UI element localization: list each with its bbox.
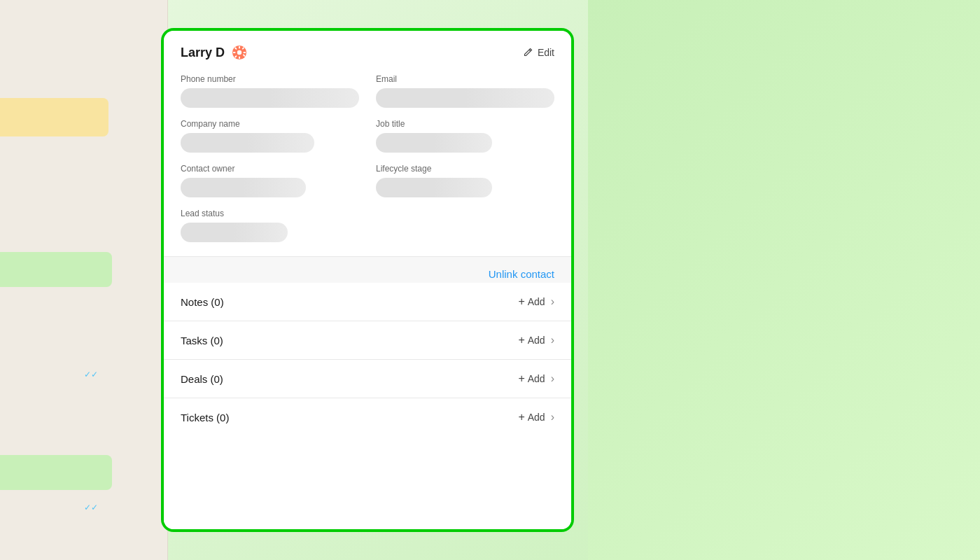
- main-panel: Larry D: [164, 31, 571, 529]
- deals-chevron-icon: ›: [551, 372, 554, 385]
- contact-card: Larry D: [164, 31, 571, 257]
- tasks-add-button[interactable]: + Add: [518, 334, 545, 346]
- tasks-add-label: Add: [528, 335, 545, 346]
- notes-plus-icon: +: [518, 295, 524, 308]
- checkmarks-icon-2: ✓✓: [84, 503, 98, 512]
- lead-status-value: [181, 223, 288, 242]
- deals-section-row[interactable]: Deals (0) + Add ›: [164, 360, 571, 398]
- field-group-company: Company name: [181, 119, 359, 153]
- tickets-add-label: Add: [528, 412, 545, 423]
- tasks-plus-icon: +: [518, 334, 524, 346]
- svg-rect-3: [239, 57, 240, 59]
- left-sidebar: ✓✓ ✓✓: [0, 0, 168, 560]
- svg-rect-5: [244, 52, 246, 53]
- tickets-label: Tickets (0): [181, 412, 229, 424]
- notes-chevron-icon: ›: [551, 295, 554, 308]
- tickets-add-button[interactable]: + Add: [518, 411, 545, 424]
- svg-rect-4: [233, 52, 236, 53]
- job-title-value: [376, 133, 492, 153]
- phone-value: [181, 88, 359, 108]
- edit-button[interactable]: Edit: [522, 47, 554, 58]
- tickets-plus-icon: +: [518, 411, 524, 424]
- tasks-section-row[interactable]: Tasks (0) + Add ›: [164, 321, 571, 360]
- lead-status-label: Lead status: [181, 209, 359, 218]
- tasks-section-right: + Add ›: [518, 334, 554, 346]
- pencil-icon: [522, 47, 533, 58]
- fields-grid: Phone number Email Company name Job titl…: [181, 74, 554, 242]
- notes-section-right: + Add ›: [518, 295, 554, 308]
- deals-add-button[interactable]: + Add: [518, 372, 545, 385]
- field-group-phone: Phone number: [181, 74, 359, 108]
- contact-name-row: Larry D: [181, 45, 247, 60]
- lifecycle-value: [376, 178, 492, 197]
- company-label: Company name: [181, 119, 359, 129]
- deals-plus-icon: +: [518, 372, 524, 385]
- lifecycle-label: Lifecycle stage: [376, 164, 554, 174]
- field-group-job-title: Job title: [376, 119, 554, 153]
- contact-header: Larry D: [181, 45, 554, 60]
- main-panel-wrapper: Larry D: [161, 28, 574, 532]
- contact-name: Larry D: [181, 46, 225, 60]
- email-label: Email: [376, 74, 554, 84]
- deals-label: Deals (0): [181, 373, 223, 385]
- sidebar-item-green1: [0, 252, 112, 287]
- company-value: [181, 133, 314, 153]
- contact-owner-value: [181, 178, 306, 197]
- unlink-row: Unlink contact: [164, 257, 571, 283]
- deals-section-right: + Add ›: [518, 372, 554, 385]
- deals-add-label: Add: [528, 373, 545, 384]
- phone-label: Phone number: [181, 74, 359, 84]
- tickets-section-row[interactable]: Tickets (0) + Add ›: [164, 398, 571, 436]
- unlink-contact-button[interactable]: Unlink contact: [489, 268, 554, 280]
- field-group-lifecycle: Lifecycle stage: [376, 164, 554, 197]
- svg-point-1: [237, 50, 241, 55]
- email-value: [376, 88, 554, 108]
- tickets-section-right: + Add ›: [518, 411, 554, 424]
- sections-list: Notes (0) + Add › Tasks (0) + Add ›: [164, 283, 571, 529]
- contact-owner-label: Contact owner: [181, 164, 359, 174]
- field-group-lead-status: Lead status: [181, 209, 359, 242]
- tasks-label: Tasks (0): [181, 335, 223, 346]
- notes-add-label: Add: [528, 296, 545, 307]
- notes-add-button[interactable]: + Add: [518, 295, 545, 308]
- job-title-label: Job title: [376, 119, 554, 129]
- notes-label: Notes (0): [181, 296, 224, 308]
- sidebar-item-green2: [0, 455, 112, 490]
- tasks-chevron-icon: ›: [551, 334, 554, 346]
- tickets-chevron-icon: ›: [551, 411, 554, 424]
- right-decoration: [588, 0, 980, 560]
- notes-section-row[interactable]: Notes (0) + Add ›: [164, 283, 571, 321]
- field-group-email: Email: [376, 74, 554, 108]
- sidebar-item-yellow: [0, 98, 108, 136]
- hubspot-icon: [232, 45, 247, 60]
- edit-label: Edit: [538, 47, 554, 58]
- svg-rect-2: [239, 46, 240, 49]
- checkmarks-icon-1: ✓✓: [84, 370, 98, 379]
- field-group-contact-owner: Contact owner: [181, 164, 359, 197]
